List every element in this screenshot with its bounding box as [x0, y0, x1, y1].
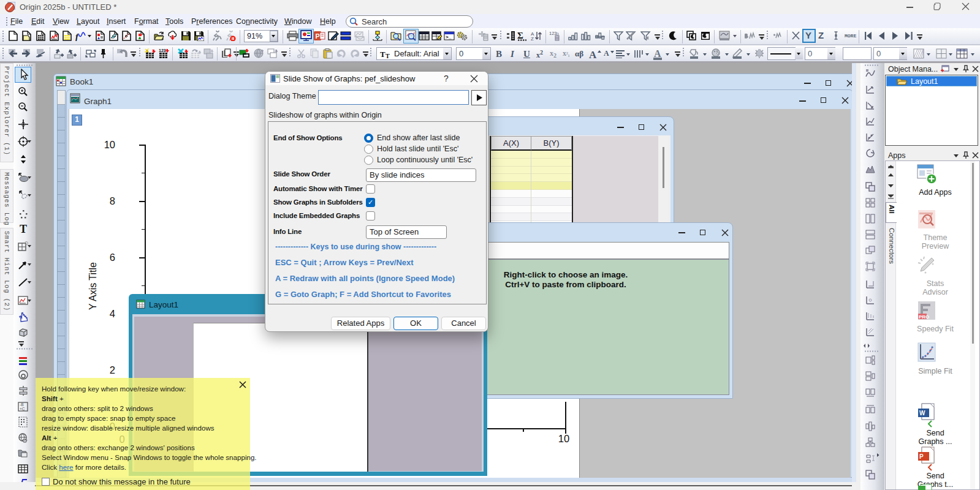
- svg-text:T: T: [380, 50, 386, 59]
- svg-text:W: W: [919, 410, 925, 417]
- svg-text:PRO: PRO: [919, 314, 929, 320]
- svg-text:+C: +C: [20, 407, 25, 411]
- svg-text:P: P: [919, 453, 924, 460]
- svg-text:123: 123: [159, 48, 166, 53]
- svg-text:-B: -B: [20, 402, 24, 407]
- svg-text:Σ: Σ: [517, 31, 523, 40]
- svg-text:T: T: [20, 223, 27, 234]
- svg-text:P: P: [316, 32, 320, 40]
- svg-text:>_: >_: [446, 34, 452, 40]
- svg-text:T: T: [386, 53, 390, 59]
- svg-text:Z: Z: [531, 36, 534, 41]
